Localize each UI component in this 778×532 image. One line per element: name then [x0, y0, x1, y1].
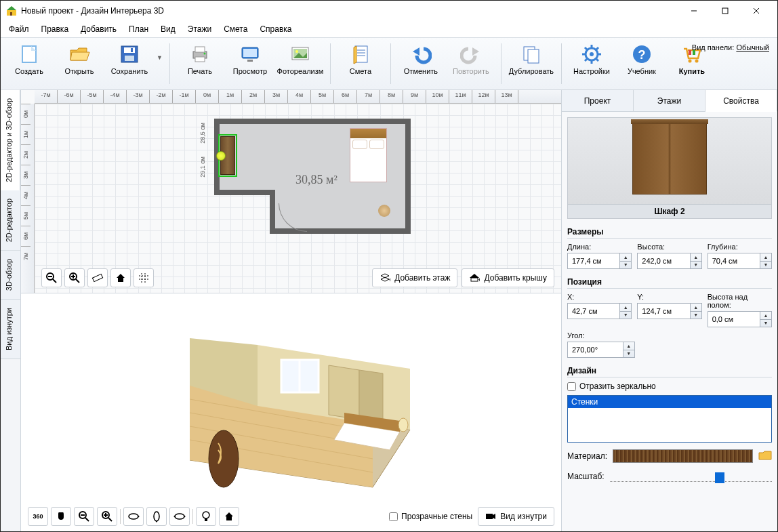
- add-floor-button[interactable]: +Добавить этаж: [372, 268, 457, 287]
- tab-inside[interactable]: Вид изнутри: [1, 300, 20, 359]
- svg-line-88: [108, 518, 112, 521]
- menu-help[interactable]: Справка: [254, 22, 297, 36]
- svg-marker-1: [7, 6, 16, 10]
- zoom-out-button[interactable]: [41, 268, 62, 287]
- tutorial-button[interactable]: ?Учебник: [619, 42, 665, 77]
- grid-button[interactable]: [134, 268, 154, 287]
- floor-height-input[interactable]: ▲▼: [708, 311, 772, 327]
- panel-mode-link[interactable]: Обычный: [736, 43, 769, 52]
- svg-marker-29: [472, 47, 479, 56]
- tab-2d-and-3d[interactable]: 2D-редактор и 3D-обзор: [1, 90, 20, 190]
- photoreal-button[interactable]: Фотореализм: [277, 42, 323, 77]
- rotate-360-button[interactable]: 360: [28, 507, 48, 526]
- settings-button[interactable]: Настройки: [569, 42, 615, 77]
- svg-point-44: [688, 60, 691, 63]
- panel-mode: Вид панели: Обычный: [692, 43, 769, 52]
- svg-rect-7: [22, 46, 36, 62]
- save-dropdown-icon[interactable]: ▼: [157, 42, 163, 61]
- maximize-button[interactable]: [710, 1, 741, 20]
- orbit-v-button[interactable]: [146, 507, 167, 526]
- position-group: Позиция X:▲▼ Y:▲▼ Высота над полом:▲▼ Уг…: [567, 276, 772, 358]
- create-button[interactable]: Создать: [6, 42, 52, 77]
- open-button[interactable]: Открыть: [56, 42, 102, 77]
- round-object[interactable]: [378, 205, 390, 217]
- y-input[interactable]: ▲▼: [637, 303, 701, 319]
- svg-rect-12: [131, 48, 133, 52]
- menu-plan[interactable]: План: [123, 22, 154, 36]
- add-roof-button[interactable]: +Добавить крышу: [462, 268, 554, 287]
- height-input[interactable]: ▲▼: [637, 253, 701, 269]
- print-button[interactable]: Печать: [177, 42, 223, 77]
- svg-marker-100: [225, 512, 233, 520]
- ruler-horizontal: -7м-6м-5м-4м-3м-2м-1м0м1м2м3м4м5м6м7м8м9…: [35, 90, 561, 104]
- length-input[interactable]: ▲▼: [567, 253, 632, 269]
- scale-slider[interactable]: [610, 470, 772, 483]
- minimize-button[interactable]: [678, 1, 710, 20]
- svg-rect-2: [10, 12, 12, 16]
- svg-point-91: [129, 514, 138, 519]
- svg-rect-10: [124, 47, 135, 53]
- dim-label-1: 28,5 см: [199, 123, 206, 144]
- bed-object[interactable]: [350, 128, 387, 182]
- save-button[interactable]: Сохранить: [106, 42, 152, 77]
- angle-input[interactable]: ▲▼: [567, 342, 635, 358]
- svg-rect-18: [243, 49, 257, 57]
- orbit-free-button[interactable]: [169, 507, 190, 526]
- estimate-button[interactable]: Смета: [337, 42, 384, 77]
- menu-add[interactable]: Добавить: [75, 22, 122, 36]
- redo-button[interactable]: Повторить: [448, 42, 494, 77]
- parts-list[interactable]: Стенки: [567, 395, 772, 443]
- svg-point-33: [590, 52, 594, 56]
- menu-floors[interactable]: Этажи: [182, 22, 217, 36]
- orbit-button[interactable]: [123, 507, 144, 526]
- home-3d-button[interactable]: [219, 507, 239, 526]
- light-button[interactable]: [196, 507, 216, 526]
- svg-line-40: [585, 59, 587, 61]
- floorplan[interactable]: 30,85 м² 28,5 см 29,1 см: [214, 119, 411, 237]
- room-3d-model[interactable]: [149, 318, 434, 508]
- tab-3d[interactable]: 3D-обзор: [1, 251, 20, 300]
- svg-rect-31: [528, 49, 539, 63]
- depth-input[interactable]: ▲▼: [708, 253, 772, 269]
- home-button[interactable]: [110, 268, 131, 287]
- svg-marker-92: [138, 515, 140, 518]
- view-3d[interactable]: 360 Прозрачные стены Вид изнутри: [21, 293, 561, 531]
- view-2d[interactable]: -7м-6м-5м-4м-3м-2м-1м0м1м2м3м4м5м6м7м8м9…: [21, 90, 561, 293]
- zoom-in-3d-button[interactable]: [97, 507, 117, 526]
- tab-properties[interactable]: Свойства: [705, 90, 777, 112]
- zoom-out-3d-button[interactable]: [74, 507, 94, 526]
- svg-text:+: +: [388, 277, 390, 283]
- svg-line-41: [596, 47, 598, 49]
- menu-edit[interactable]: Правка: [36, 22, 75, 36]
- selection-handle-icon[interactable]: [216, 151, 226, 161]
- svg-rect-14: [195, 47, 205, 52]
- undo-button[interactable]: Отменить: [398, 42, 444, 77]
- tab-project[interactable]: Проект: [562, 90, 634, 111]
- tab-floors[interactable]: Этажи: [634, 90, 705, 111]
- transparent-walls-checkbox[interactable]: Прозрачные стены: [389, 512, 472, 521]
- inside-view-button[interactable]: Вид изнутри: [478, 507, 554, 526]
- tab-2d[interactable]: 2D-редактор: [1, 190, 20, 251]
- x-input[interactable]: ▲▼: [567, 303, 632, 319]
- svg-rect-46: [689, 50, 691, 55]
- preview-button[interactable]: Просмотр: [227, 42, 273, 77]
- menu-file[interactable]: Файл: [3, 22, 35, 36]
- window-title: Новый проект - Дизайн Интерьера 3D: [21, 6, 678, 16]
- menu-view[interactable]: Вид: [155, 22, 181, 36]
- app-icon: [6, 5, 17, 16]
- pan-button[interactable]: [51, 507, 71, 526]
- duplicate-button[interactable]: Дублировать: [508, 42, 554, 77]
- svg-text:+: +: [478, 277, 480, 283]
- zoom-in-button[interactable]: [64, 268, 85, 287]
- menu-estimate[interactable]: Смета: [218, 22, 253, 36]
- design-group: Дизайн Отразить зеркально Стенки Материа…: [567, 365, 772, 483]
- mirror-checkbox[interactable]: Отразить зеркально: [567, 382, 772, 391]
- svg-rect-11: [125, 56, 134, 61]
- svg-marker-96: [173, 515, 176, 518]
- ruler-button[interactable]: [87, 268, 108, 287]
- folder-icon[interactable]: [758, 450, 772, 463]
- close-button[interactable]: [741, 1, 772, 20]
- material-swatch[interactable]: [613, 449, 753, 463]
- svg-point-95: [175, 514, 184, 519]
- svg-point-98: [203, 512, 209, 518]
